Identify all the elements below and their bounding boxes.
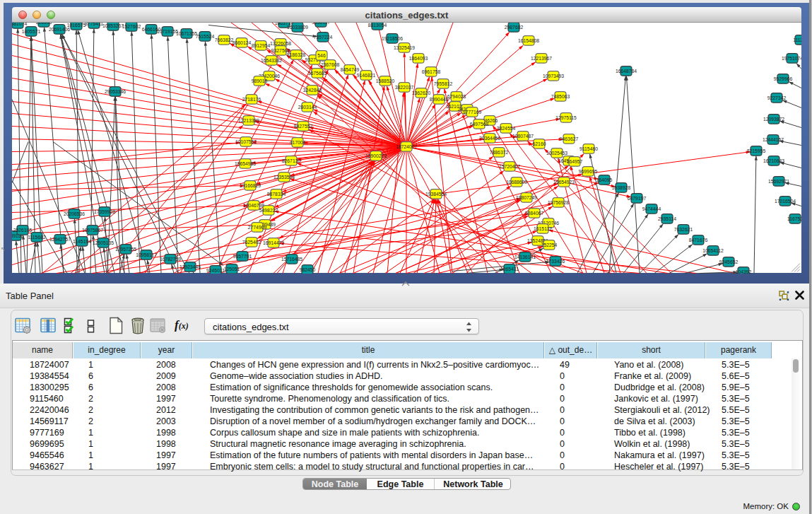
svg-text:19218506: 19218506 — [382, 35, 403, 40]
svg-text:19654923: 19654923 — [553, 179, 575, 184]
svg-text:3242848: 3242848 — [303, 87, 322, 92]
svg-text:2526105: 2526105 — [13, 227, 33, 232]
svg-text:3675685: 3675685 — [308, 70, 327, 75]
svg-text:7515524: 7515524 — [196, 33, 215, 38]
svg-text:12942757: 12942757 — [49, 236, 71, 241]
svg-text:8813054: 8813054 — [368, 23, 387, 28]
svg-text:12213389: 12213389 — [238, 117, 259, 122]
svg-text:5938928: 5938928 — [612, 185, 631, 189]
svg-text:10719155: 10719155 — [157, 28, 178, 33]
svg-text:16210643: 16210643 — [763, 158, 784, 163]
svg-text:10973493: 10973493 — [543, 73, 564, 78]
svg-text:7485063: 7485063 — [551, 93, 570, 98]
svg-text:15692971: 15692971 — [768, 178, 789, 183]
svg-text:12093872: 12093872 — [763, 116, 784, 121]
svg-text:19654985: 19654985 — [235, 160, 256, 165]
svg-text:20206536: 20206536 — [64, 211, 85, 216]
svg-text:10671355: 10671355 — [176, 30, 197, 35]
svg-text:12444157: 12444157 — [763, 136, 784, 141]
svg-text:1115682: 1115682 — [28, 234, 46, 239]
svg-text:1881074: 1881074 — [12, 23, 27, 26]
svg-text:5498222: 5498222 — [259, 207, 278, 212]
svg-text:9777169: 9777169 — [463, 109, 482, 114]
svg-text:2803144: 2803144 — [298, 104, 317, 109]
svg-text:9558117: 9558117 — [312, 23, 330, 25]
svg-text:19384554: 19384554 — [425, 191, 447, 196]
svg-text:8215955: 8215955 — [747, 148, 766, 153]
svg-text:7625402: 7625402 — [242, 239, 261, 244]
svg-text:9245652: 9245652 — [719, 259, 739, 264]
svg-text:252254: 252254 — [541, 242, 558, 247]
svg-text:13226058: 13226058 — [270, 40, 291, 45]
svg-text:13325419: 13325419 — [394, 45, 415, 49]
svg-text:10107552: 10107552 — [235, 139, 257, 144]
svg-text:7357224: 7357224 — [314, 34, 333, 39]
svg-text:19166829: 19166829 — [240, 182, 261, 187]
svg-text:9084067: 9084067 — [525, 210, 544, 215]
svg-text:8186328: 8186328 — [287, 52, 306, 57]
svg-text:8471676: 8471676 — [689, 237, 708, 242]
svg-text:8267130: 8267130 — [282, 158, 301, 163]
svg-text:228505: 228505 — [36, 23, 52, 25]
svg-text:8912954: 8912954 — [252, 42, 271, 47]
svg-text:16648784: 16648784 — [616, 68, 637, 73]
svg-text:6479197: 6479197 — [628, 195, 647, 200]
svg-text:10688609: 10688609 — [506, 179, 527, 184]
svg-text:1864093: 1864093 — [409, 55, 428, 60]
svg-text:10025453: 10025453 — [546, 150, 567, 155]
svg-text:7955812: 7955812 — [434, 81, 453, 86]
svg-text:19756928: 19756928 — [548, 199, 569, 204]
svg-text:1065411: 1065411 — [500, 266, 519, 271]
svg-text:1362620: 1362620 — [412, 90, 431, 95]
svg-text:12505135: 12505135 — [93, 240, 114, 245]
svg-text:2774909: 2774909 — [248, 224, 267, 229]
svg-text:9699695: 9699695 — [579, 168, 598, 173]
svg-text:62160: 62160 — [533, 141, 546, 146]
svg-text:8660124: 8660124 — [233, 40, 252, 45]
svg-text:1405571: 1405571 — [22, 28, 41, 33]
svg-text:9463627: 9463627 — [560, 136, 579, 141]
svg-text:417004: 417004 — [290, 139, 306, 144]
svg-text:16782759: 16782759 — [160, 256, 181, 261]
svg-text:10046798: 10046798 — [243, 202, 264, 207]
svg-text:10975867: 10975867 — [82, 227, 103, 232]
svg-text:17359928: 17359928 — [94, 209, 115, 214]
svg-text:164095: 164095 — [596, 177, 613, 182]
svg-text:989018: 989018 — [252, 78, 268, 83]
svg-text:20691406: 20691406 — [49, 26, 70, 31]
svg-text:10958117: 10958117 — [136, 252, 157, 257]
svg-text:9657791: 9657791 — [233, 253, 252, 258]
svg-text:104392: 104392 — [736, 269, 752, 273]
svg-text:10807487: 10807487 — [512, 133, 534, 138]
svg-text:2987682: 2987682 — [505, 24, 524, 29]
svg-text:6794028: 6794028 — [447, 93, 466, 98]
svg-text:9146821: 9146821 — [357, 72, 376, 77]
svg-text:14136141: 14136141 — [514, 254, 536, 259]
svg-text:18807249: 18807249 — [516, 194, 537, 199]
svg-text:546: 546 — [317, 52, 326, 57]
svg-text:12213967: 12213967 — [531, 55, 552, 60]
svg-text:15900273: 15900273 — [365, 153, 387, 158]
svg-text:2367608: 2367608 — [321, 62, 340, 66]
svg-text:8454749: 8454749 — [341, 66, 360, 71]
svg-text:17016504: 17016504 — [775, 198, 796, 203]
svg-text:125051: 125051 — [224, 266, 240, 271]
svg-text:6497568: 6497568 — [470, 121, 489, 126]
svg-text:8878334: 8878334 — [267, 191, 286, 196]
svg-text:1016575: 1016575 — [67, 23, 86, 28]
svg-text:1145194: 1145194 — [73, 238, 91, 243]
svg-text:3822037: 3822037 — [395, 84, 414, 89]
svg-text:982450: 982450 — [300, 267, 316, 271]
svg-text:2935114: 2935114 — [658, 216, 676, 221]
svg-text:18724007: 18724007 — [396, 144, 417, 148]
svg-text:7886372: 7886372 — [490, 149, 509, 154]
svg-text:9227342: 9227342 — [767, 95, 787, 100]
svg-text:9529966: 9529966 — [774, 76, 793, 81]
svg-text:7632621: 7632621 — [674, 226, 693, 231]
svg-text:17957255: 17957255 — [115, 246, 136, 251]
svg-text:9245011: 9245011 — [206, 267, 225, 272]
svg-text:12975115: 12975115 — [555, 115, 577, 119]
svg-text:116753: 116753 — [787, 216, 801, 221]
svg-text:10853267: 10853267 — [102, 23, 124, 28]
svg-text:16033809: 16033809 — [287, 24, 308, 29]
